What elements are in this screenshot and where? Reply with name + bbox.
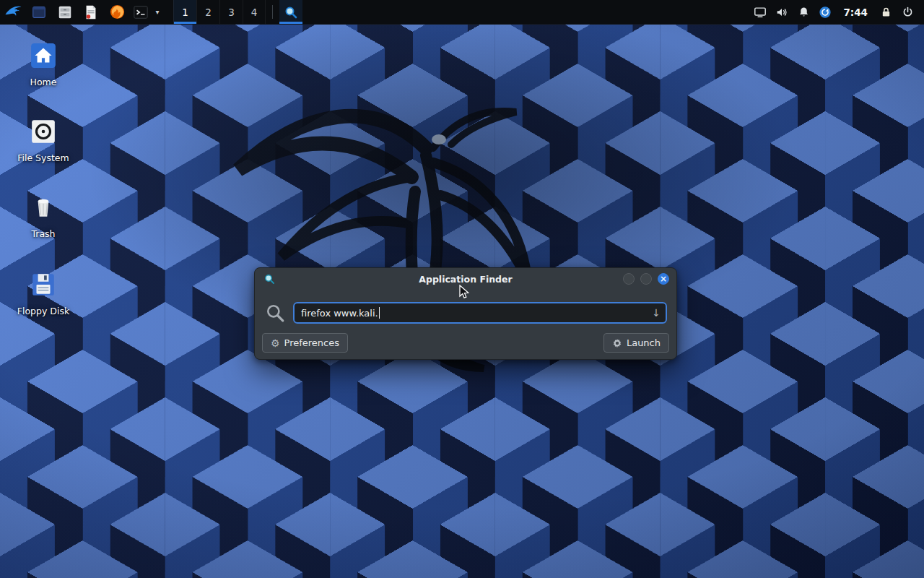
update-icon: [819, 6, 832, 19]
terminal-dropdown-button[interactable]: ▾: [152, 0, 163, 24]
home-icon: [30, 42, 57, 69]
file-system-icon: [30, 118, 57, 145]
text-editor-icon: [83, 4, 99, 20]
kali-menu-button[interactable]: [0, 0, 26, 24]
window-controls: ×: [623, 273, 669, 285]
launch-icon: [612, 338, 622, 348]
desktop-icon-home[interactable]: Home: [7, 42, 79, 87]
text-editor-launcher[interactable]: [78, 0, 104, 24]
trash-icon: [30, 194, 57, 221]
workspace-3[interactable]: 3: [219, 0, 243, 24]
lock-icon: [880, 6, 892, 18]
volume-icon: [775, 6, 788, 19]
desktop-icon-file-system[interactable]: File System: [7, 118, 79, 163]
minimize-button[interactable]: [623, 273, 635, 285]
volume-button[interactable]: [771, 0, 793, 25]
window-magnifier-icon: [263, 273, 275, 285]
taskbar-application-finder[interactable]: [279, 0, 302, 24]
search-row: firefox www.kali. ↓: [265, 301, 667, 324]
terminal-launcher[interactable]: [130, 0, 152, 24]
terminal-icon: [133, 4, 149, 20]
search-icon: [265, 303, 285, 323]
text-caret: [379, 307, 380, 319]
kali-logo-icon: [4, 3, 22, 22]
firefox-icon: [109, 4, 126, 20]
bell-icon: [798, 6, 810, 18]
search-input[interactable]: firefox www.kali. ↓: [293, 302, 667, 324]
display-icon: [754, 6, 767, 19]
workspace-switcher: 1 2 3 4: [173, 0, 266, 24]
window-buttons-launcher[interactable]: [26, 0, 52, 24]
preferences-button-label: Preferences: [284, 337, 339, 348]
workspace-4[interactable]: 4: [243, 0, 266, 24]
power-icon: [902, 6, 914, 18]
file-manager-icon: [57, 4, 73, 20]
maximize-button[interactable]: [640, 273, 652, 285]
top-panel: ▾ 1 2 3 4: [0, 0, 924, 25]
panel-tray: 7:44: [749, 0, 924, 24]
desktop-icon-label: Home: [7, 77, 79, 87]
desktop-icon-label: File System: [7, 152, 79, 163]
application-finder-window: Application Finder × firefox www.kali. ↓: [254, 267, 677, 360]
window-title: Application Finder: [255, 274, 676, 285]
launch-button-label: Launch: [627, 337, 661, 348]
application-finder-icon: [284, 5, 298, 20]
power-button[interactable]: [897, 0, 918, 25]
gear-icon: ⚙: [271, 338, 280, 348]
display-settings-button[interactable]: [749, 0, 771, 25]
panel-separator: [272, 5, 273, 19]
screen-lock-button[interactable]: [875, 0, 897, 25]
history-dropdown-icon[interactable]: ↓: [652, 307, 661, 319]
file-manager-launcher[interactable]: [52, 0, 78, 24]
workspace-1[interactable]: 1: [173, 0, 196, 24]
dragon-highlight: [432, 134, 446, 144]
workspace-2[interactable]: 2: [196, 0, 219, 24]
chevron-down-icon: ▾: [155, 8, 159, 16]
launch-button[interactable]: Launch: [603, 333, 669, 353]
window-icon: [31, 4, 47, 20]
desktop-icon-label: Floppy Disk: [7, 306, 79, 316]
close-icon: ×: [660, 275, 667, 283]
notifications-button[interactable]: [793, 0, 814, 25]
close-button[interactable]: ×: [658, 273, 669, 285]
firefox-launcher[interactable]: [104, 0, 130, 24]
floppy-disk-icon: [30, 271, 57, 298]
panel-clock[interactable]: 7:44: [836, 7, 875, 18]
dialog-buttons: ⚙ Preferences Launch: [262, 333, 669, 353]
updates-button[interactable]: [814, 0, 836, 25]
desktop-icon-trash[interactable]: Trash: [7, 194, 79, 239]
desktop-icon-label: Trash: [7, 228, 79, 239]
mouse-cursor: [458, 285, 472, 301]
preferences-button[interactable]: ⚙ Preferences: [262, 333, 348, 353]
search-input-value: firefox www.kali.: [301, 308, 378, 319]
desktop-screen: ▾ 1 2 3 4: [0, 0, 924, 578]
desktop-icon-floppy-disk[interactable]: Floppy Disk: [7, 271, 79, 316]
